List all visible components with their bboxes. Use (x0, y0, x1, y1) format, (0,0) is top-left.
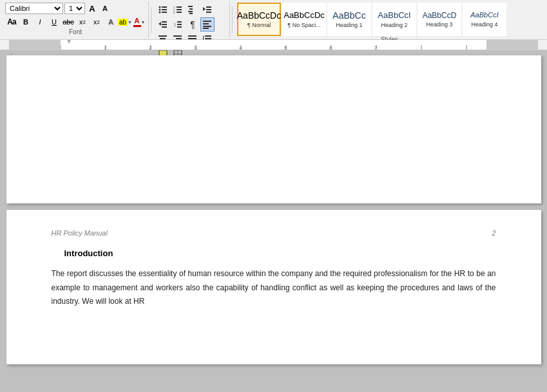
font-shrink-button[interactable]: A (99, 3, 111, 14)
svg-rect-25 (177, 21, 182, 23)
svg-marker-20 (158, 22, 161, 26)
svg-rect-17 (206, 6, 211, 8)
svg-point-0 (159, 6, 161, 8)
style-heading2-label: Heading 2 (381, 22, 407, 28)
doc-body-text: The report discusses the essentiality of… (52, 267, 496, 309)
svg-rect-3 (162, 9, 167, 10)
text-highlight-button[interactable]: ab▼ (119, 15, 131, 28)
doc-heading-introduction: Introduction (64, 248, 496, 258)
page-header-number: 2 (492, 229, 495, 237)
font-color-button[interactable]: A ▼ (133, 15, 146, 28)
svg-rect-18 (206, 9, 211, 10)
page-2: HR Policy Manual 2 Introduction The repo… (6, 210, 541, 364)
style-heading3-preview: AaBbCcD (423, 11, 457, 20)
svg-rect-21 (162, 21, 167, 23)
style-heading4-label: Heading 4 (471, 21, 497, 28)
svg-rect-15 (189, 13, 193, 14)
clear-format-button[interactable]: Aa (5, 15, 18, 28)
svg-rect-22 (162, 24, 167, 25)
font-size-select[interactable]: 11 12 14 (64, 3, 85, 14)
svg-rect-29 (203, 23, 209, 24)
font-label: Font (5, 28, 146, 37)
svg-rect-13 (189, 8, 193, 10)
ruler-inner: 1 2 3 4 5 6 7 (9, 40, 538, 50)
numbering-button[interactable]: 1.2.3. (171, 3, 185, 17)
page-header-title: HR Policy Manual (52, 229, 108, 237)
font-grow-button[interactable]: A (86, 3, 98, 14)
show-marks-button[interactable]: ¶ (186, 17, 200, 32)
align-left-button[interactable] (200, 17, 215, 32)
svg-rect-44 (205, 35, 211, 37)
svg-point-4 (159, 12, 161, 14)
svg-text:2: 2 (149, 45, 152, 50)
svg-rect-41 (188, 38, 197, 39)
svg-text:7: 7 (374, 45, 378, 50)
svg-rect-36 (173, 35, 182, 37)
svg-rect-11 (177, 12, 182, 13)
svg-text:3.: 3. (173, 11, 175, 14)
svg-rect-40 (188, 35, 197, 37)
ruler-tick-area: 1 2 3 4 5 6 7 (61, 40, 486, 50)
underline-button[interactable]: U (48, 15, 61, 28)
ruler-margin-right (486, 40, 538, 50)
svg-text:5: 5 (284, 45, 287, 50)
document-area: HR Policy Manual 2 Introduction The repo… (0, 50, 547, 392)
svg-text:3: 3 (194, 45, 197, 50)
style-heading3-label: Heading 3 (426, 21, 452, 28)
italic-button[interactable]: I (34, 15, 46, 28)
ruler-margin-left (9, 40, 61, 50)
subscript-button[interactable]: x2 (76, 15, 89, 28)
style-heading1-button[interactable]: AaBbCc Heading 1 (327, 3, 371, 36)
superscript-button[interactable]: x2 (90, 15, 103, 28)
increase-indent-button[interactable] (156, 17, 170, 32)
font-name-select[interactable]: Calibri Arial Times New Roman (5, 3, 63, 14)
svg-rect-12 (188, 6, 193, 7)
ruler: 1 2 3 4 5 6 7 (0, 40, 547, 50)
style-normal-button[interactable]: AaBbCcDc ¶ Normal (237, 3, 281, 36)
toolbar: Calibri Arial Times New Roman 11 12 14 A… (0, 0, 547, 40)
decrease-indent-button[interactable] (200, 3, 215, 17)
svg-rect-37 (176, 38, 182, 39)
svg-text:↕: ↕ (173, 21, 177, 28)
style-heading2-preview: AaBbCcI (378, 10, 410, 21)
style-no-space-label: ¶ No Spaci... (287, 22, 320, 28)
svg-marker-16 (203, 7, 206, 11)
svg-rect-45 (205, 38, 211, 39)
style-heading1-preview: AaBbCc (332, 10, 365, 21)
svg-text:4: 4 (239, 45, 242, 50)
style-heading4-button[interactable]: AaBbCcI Heading 4 (463, 3, 506, 36)
separator-2 (232, 7, 233, 33)
styles-gallery: AaBbCcDc ¶ Normal AaBbCcDc ¶ No Spaci...… (237, 3, 506, 36)
svg-rect-28 (203, 21, 211, 22)
strikethrough-button[interactable]: abc (62, 15, 75, 28)
bullets-button[interactable] (156, 3, 170, 17)
style-normal-label: ¶ Normal (247, 22, 271, 28)
svg-rect-7 (177, 6, 182, 8)
style-heading1-label: Heading 1 (336, 22, 362, 28)
style-heading3-button[interactable]: AaBbCcD Heading 3 (417, 3, 461, 36)
svg-rect-1 (162, 6, 167, 8)
text-effects-button[interactable]: A (104, 15, 117, 28)
svg-rect-30 (203, 26, 211, 27)
page-1 (6, 55, 541, 203)
svg-rect-5 (162, 12, 167, 13)
styles-section: AaBbCcDc ¶ Normal AaBbCcDc ¶ No Spaci...… (235, 1, 544, 38)
font-section: Calibri Arial Times New Roman 11 12 14 A… (3, 1, 149, 38)
svg-rect-23 (162, 26, 167, 28)
svg-rect-26 (177, 24, 182, 25)
svg-rect-14 (188, 11, 193, 12)
svg-rect-32 (158, 35, 167, 37)
style-no-space-button[interactable]: AaBbCcDc ¶ No Spaci... (282, 3, 326, 36)
multilevel-list-button[interactable] (186, 3, 200, 17)
paragraph-section: 1.2.3. ↕ ¶ (153, 1, 230, 38)
sort-button[interactable]: ↕ (171, 17, 185, 32)
svg-text:6: 6 (329, 45, 332, 50)
style-heading4-preview: AaBbCcI (470, 11, 498, 19)
style-heading2-button[interactable]: AaBbCcI Heading 2 (372, 3, 416, 36)
svg-rect-9 (177, 9, 182, 10)
svg-rect-27 (177, 26, 182, 28)
bold-button[interactable]: B (19, 15, 32, 28)
svg-rect-19 (206, 12, 211, 13)
svg-rect-33 (160, 38, 166, 39)
page-2-header: HR Policy Manual 2 (52, 229, 496, 237)
